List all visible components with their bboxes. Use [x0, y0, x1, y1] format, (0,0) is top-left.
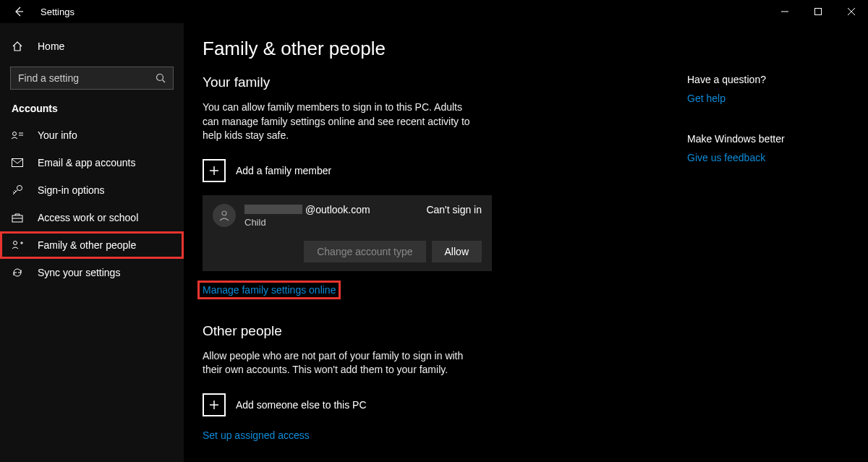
other-people-description: Allow people who are not part of your fa…: [203, 349, 470, 377]
minimize-button[interactable]: [768, 0, 801, 23]
svg-point-7: [13, 132, 17, 136]
your-family-title: Your family: [203, 74, 651, 90]
minimize-icon: [781, 8, 788, 15]
page-title: Family & other people: [203, 38, 651, 60]
manage-family-link[interactable]: Manage family settings online: [200, 283, 339, 297]
person-card-icon: [10, 130, 25, 140]
search-box[interactable]: [10, 67, 174, 90]
svg-rect-2: [815, 9, 822, 15]
redacted-name: [244, 205, 302, 214]
assigned-access-link[interactable]: Set up assigned access: [203, 429, 310, 441]
add-family-member-button[interactable]: Add a family member: [203, 159, 651, 182]
sidebar-item-sync[interactable]: Sync your settings: [0, 259, 184, 286]
sidebar-item-label: Email & app accounts: [38, 157, 135, 168]
search-icon: [156, 73, 166, 83]
question-title: Have a question?: [687, 74, 868, 85]
member-status: Can't sign in: [426, 204, 482, 215]
titlebar: Settings: [0, 0, 868, 23]
key-icon: [10, 184, 25, 196]
sidebar-item-label: Sign-in options: [38, 184, 105, 196]
home-icon: [12, 40, 26, 52]
change-account-type-button: Change account type: [304, 241, 425, 262]
avatar: [213, 204, 236, 227]
member-role: Child: [244, 217, 426, 228]
main-content: Family & other people Your family You ca…: [184, 23, 868, 462]
sidebar: Home Accounts Your info Email & app acco…: [0, 23, 184, 462]
svg-point-14: [14, 241, 17, 245]
allow-button[interactable]: Allow: [432, 241, 482, 262]
mail-icon: [10, 158, 25, 167]
sidebar-item-label: Your info: [38, 129, 77, 141]
sync-icon: [10, 267, 25, 278]
person-icon: [218, 209, 231, 222]
maximize-button[interactable]: [801, 0, 835, 23]
window-controls: [768, 0, 868, 23]
plus-icon: [203, 159, 226, 182]
search-input[interactable]: [18, 72, 156, 84]
nav-home[interactable]: Home: [0, 33, 184, 59]
people-icon: [10, 240, 25, 250]
svg-point-19: [222, 211, 226, 215]
briefcase-icon: [10, 213, 25, 223]
add-other-user-label: Add someone else to this PC: [236, 399, 367, 411]
sidebar-item-label: Sync your settings: [38, 267, 120, 278]
nav-home-label: Home: [38, 40, 64, 52]
sidebar-item-your-info[interactable]: Your info: [0, 121, 184, 149]
window-title: Settings: [41, 7, 75, 17]
sidebar-item-label: Family & other people: [38, 239, 136, 251]
plus-icon: [203, 393, 226, 416]
member-email-suffix: @outlook.com: [305, 204, 370, 215]
sidebar-item-family[interactable]: Family & other people: [0, 231, 184, 259]
close-icon: [848, 8, 855, 15]
family-member-card[interactable]: @outlook.com Child Can't sign in Change …: [203, 195, 492, 271]
feedback-title: Make Windows better: [687, 133, 868, 145]
other-people-title: Other people: [203, 323, 651, 339]
sidebar-item-email-accounts[interactable]: Email & app accounts: [0, 149, 184, 176]
feedback-link[interactable]: Give us feedback: [687, 152, 765, 163]
close-button[interactable]: [835, 0, 868, 23]
your-family-description: You can allow family members to sign in …: [203, 100, 470, 143]
back-button[interactable]: [12, 4, 26, 19]
svg-point-11: [17, 186, 22, 191]
add-family-member-label: Add a family member: [236, 165, 331, 176]
svg-point-5: [157, 74, 163, 81]
sidebar-item-access-work[interactable]: Access work or school: [0, 204, 184, 231]
get-help-link[interactable]: Get help: [687, 93, 726, 104]
svg-rect-10: [12, 159, 23, 167]
svg-line-6: [163, 80, 166, 83]
maximize-icon: [814, 8, 822, 15]
sidebar-section-label: Accounts: [0, 103, 184, 121]
aside-panel: Have a question? Get help Make Windows b…: [687, 38, 868, 462]
member-email: @outlook.com: [244, 204, 426, 215]
sidebar-item-label: Access work or school: [38, 212, 138, 223]
sidebar-item-signin-options[interactable]: Sign-in options: [0, 176, 184, 204]
add-other-user-button[interactable]: Add someone else to this PC: [203, 393, 651, 416]
arrow-left-icon: [14, 7, 24, 17]
